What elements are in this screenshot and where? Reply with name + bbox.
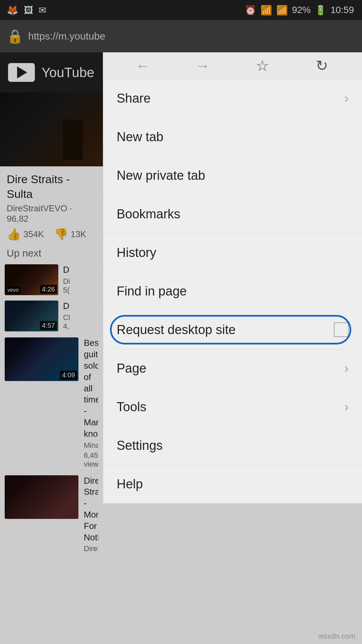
menu-item-find-in-page[interactable]: Find in page [103, 272, 362, 311]
back-button[interactable]: ← [131, 54, 155, 77]
menu-item-find-in-page-label: Find in page [117, 284, 187, 299]
menu-item-tools-label: Tools [117, 400, 146, 414]
menu-item-new-tab[interactable]: New tab [103, 118, 362, 156]
refresh-button[interactable]: ↻ [310, 54, 334, 77]
menu-item-history[interactable]: History [103, 233, 362, 272]
menu-item-page-arrow: › [344, 361, 349, 376]
menu-item-help-label: Help [117, 477, 143, 491]
bookmark-icon: ☆ [256, 57, 269, 74]
menu-item-page[interactable]: Page › [103, 349, 362, 388]
menu-item-share-arrow: › [344, 91, 349, 106]
forward-button[interactable]: → [191, 54, 214, 77]
menu-item-bookmarks[interactable]: Bookmarks [103, 195, 362, 233]
desktop-site-checkbox[interactable] [334, 322, 349, 337]
menu-item-tools[interactable]: Tools › [103, 388, 362, 426]
menu-item-tools-arrow: › [344, 400, 349, 414]
refresh-icon: ↻ [316, 57, 328, 74]
menu-item-settings[interactable]: Settings [103, 426, 362, 465]
menu-item-settings-label: Settings [117, 438, 163, 453]
menu-item-new-tab-label: New tab [117, 130, 163, 144]
menu-item-request-desktop-label: Request desktop site [117, 323, 236, 337]
forward-icon: → [195, 57, 210, 74]
menu-item-bookmarks-label: Bookmarks [117, 207, 180, 221]
menu-item-page-label: Page [117, 361, 146, 376]
bookmark-button[interactable]: ☆ [251, 54, 274, 77]
watermark: wsxdn.com [318, 632, 355, 641]
menu-item-share-label: Share [117, 91, 150, 106]
back-icon: ← [135, 57, 150, 74]
menu-item-request-desktop[interactable]: Request desktop site [103, 311, 362, 349]
menu-item-history-label: History [117, 246, 156, 260]
menu-item-help[interactable]: Help [103, 465, 362, 503]
menu-item-new-private-tab-label: New private tab [117, 168, 205, 183]
menu-item-new-private-tab[interactable]: New private tab [103, 156, 362, 195]
browser-controls: ← → ☆ ↻ [103, 52, 362, 79]
menu-item-share[interactable]: Share › [103, 79, 362, 118]
dropdown-menu: Share › New tab New private tab Bookmark… [103, 79, 362, 503]
